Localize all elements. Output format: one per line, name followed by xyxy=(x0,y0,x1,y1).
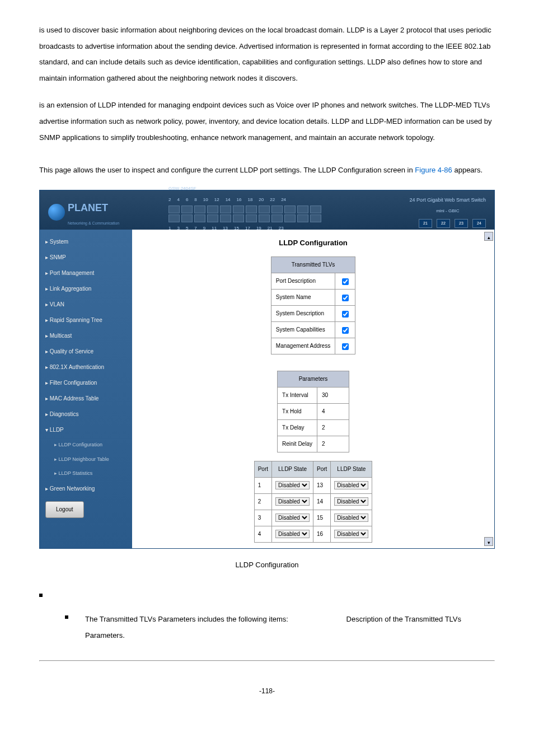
nav-link-aggregation[interactable]: ▸ Link Aggregation xyxy=(40,281,132,297)
port-state-table: Port LLDP State Port LLDP State 1Disable… xyxy=(254,461,373,543)
scroll-down-icon[interactable]: ▾ xyxy=(484,537,493,546)
bullet-row xyxy=(39,587,495,604)
lldp-state-select[interactable]: Disabled xyxy=(334,514,368,522)
col-lldp-state: LLDP State xyxy=(272,461,313,477)
lldp-state-select[interactable]: Disabled xyxy=(275,530,310,538)
parameters-table: Parameters Tx Interval30 Tx Hold4 Tx Del… xyxy=(277,371,349,452)
gbic-label: mini - GBIC xyxy=(410,206,486,216)
page-title: LLDP Configuration xyxy=(138,235,489,251)
nav-vlan[interactable]: ▸ VLAN xyxy=(40,297,132,312)
system-description-checkbox[interactable] xyxy=(342,311,349,318)
tlv-label: Port Description xyxy=(271,273,335,290)
port-num: 3 xyxy=(254,510,271,526)
content-pane: ▴ LLDP Configuration Transmitted TLVs Po… xyxy=(132,230,494,548)
product-name: 24 Port Gigabit Web Smart Switch xyxy=(410,195,486,206)
figure-caption: LLDP Configuration xyxy=(39,557,495,573)
param-label: Tx Interval xyxy=(278,387,317,403)
port-panel: 24681012141618202224 1357911131517192123 xyxy=(168,195,321,234)
col-port: Port xyxy=(254,461,271,477)
lldp-state-select[interactable]: Disabled xyxy=(275,514,310,522)
col-lldp-state: LLDP State xyxy=(331,461,372,477)
text: This page allows the user to inspect and… xyxy=(39,166,415,174)
tlv-label: System Capabilities xyxy=(271,322,335,338)
text: appears. xyxy=(452,166,483,174)
nav-lldp-neighbour-table[interactable]: ▸ LLDP Neighbour Table xyxy=(40,452,132,467)
management-address-checkbox[interactable] xyxy=(342,343,349,350)
nav-port-management[interactable]: ▸ Port Management xyxy=(40,265,132,281)
globe-icon xyxy=(48,204,65,221)
tlv-label: Management Address xyxy=(271,338,335,354)
device-header: GSW-2404SF PLANET Networking & Communica… xyxy=(40,190,494,230)
nav-filter-config[interactable]: ▸ Filter Configuration xyxy=(40,375,132,391)
nav-8021x[interactable]: ▸ 802.1X Authentication xyxy=(40,360,132,375)
nav-sidebar: ▸ System ▸ SNMP ▸ Port Management ▸ Link… xyxy=(40,230,132,548)
nav-green-networking[interactable]: ▸ Green Networking xyxy=(40,481,132,497)
port-num: 4 xyxy=(254,526,271,542)
nav-diagnostics[interactable]: ▸ Diagnostics xyxy=(40,407,132,422)
bullet-icon xyxy=(65,615,68,619)
system-name-checkbox[interactable] xyxy=(342,295,349,301)
nav-lldp-statistics[interactable]: ▸ LLDP Statistics xyxy=(40,466,132,481)
nav-snmp[interactable]: ▸ SNMP xyxy=(40,250,132,265)
nav-mac-address-table[interactable]: ▸ MAC Address Table xyxy=(40,391,132,407)
system-capabilities-checkbox[interactable] xyxy=(342,327,349,334)
port-num: 2 xyxy=(254,493,271,510)
nav-system[interactable]: ▸ System xyxy=(40,234,132,250)
lldp-state-select[interactable]: Disabled xyxy=(334,497,368,506)
tlv-label: System Description xyxy=(271,306,335,322)
sub-bullet-row: The Transmitted TLVs Parameters includes… xyxy=(39,612,495,643)
text: is an extension of LLDP intended for man… xyxy=(39,101,492,141)
reinit-delay-value[interactable]: 2 xyxy=(317,436,349,452)
tx-hold-value[interactable]: 4 xyxy=(317,403,349,419)
nav-quality-of-service[interactable]: ▸ Quality of Service xyxy=(40,344,132,360)
nav-rapid-spanning-tree[interactable]: ▸ Rapid Spanning Tree xyxy=(40,312,132,328)
tx-interval-value[interactable]: 30 xyxy=(317,387,349,403)
page-number: -118- xyxy=(39,684,495,698)
param-label: Reinit Delay xyxy=(278,436,317,452)
bullet-text: The Transmitted TLVs Parameters includes… xyxy=(85,615,288,623)
lldp-state-select[interactable]: Disabled xyxy=(334,481,368,489)
tlv-label: System Name xyxy=(271,290,335,306)
nav-lldp[interactable]: ▾ LLDP xyxy=(40,422,132,438)
screenshot-figure: GSW-2404SF PLANET Networking & Communica… xyxy=(39,190,495,549)
scroll-up-icon[interactable]: ▴ xyxy=(484,232,493,241)
paragraph-lldp-intro: is used to discover basic information ab… xyxy=(39,22,495,86)
lldp-state-select[interactable]: Disabled xyxy=(275,481,310,489)
lldp-state-select[interactable]: Disabled xyxy=(334,530,368,538)
logo-subtitle: Networking & Communication xyxy=(68,219,119,227)
logout-button[interactable]: Logout xyxy=(45,501,84,518)
nav-lldp-configuration[interactable]: ▸ LLDP Configuration xyxy=(40,438,132,452)
model-label: GSW-2404SF xyxy=(168,184,196,194)
brand-logo: PLANET Networking & Communication xyxy=(48,197,119,228)
col-port: Port xyxy=(313,461,331,477)
port-num: 16 xyxy=(313,526,331,542)
param-label: Tx Delay xyxy=(278,419,317,436)
header-right: 24 Port Gigabit Web Smart Switch mini - … xyxy=(410,195,486,228)
lldp-state-select[interactable]: Disabled xyxy=(275,497,310,506)
port-num: 1 xyxy=(254,477,271,493)
port-num: 15 xyxy=(313,510,331,526)
port-num: 13 xyxy=(313,477,331,493)
paragraph-lldp-med: is an extension of LLDP intended for man… xyxy=(39,97,495,146)
figure-link[interactable]: Figure 4-86 xyxy=(415,166,452,174)
port-num: 14 xyxy=(313,493,331,510)
tlv-header: Transmitted TLVs xyxy=(271,257,355,273)
port-description-checkbox[interactable] xyxy=(342,278,349,285)
nav-multicast[interactable]: ▸ Multicast xyxy=(40,328,132,344)
divider xyxy=(39,660,495,661)
parameters-header: Parameters xyxy=(278,371,349,387)
logo-text: PLANET xyxy=(68,197,119,220)
transmitted-tlvs-table: Transmitted TLVs Port Description System… xyxy=(271,256,355,354)
tx-delay-value[interactable]: 2 xyxy=(317,419,349,436)
param-label: Tx Hold xyxy=(278,403,317,419)
bullet-icon xyxy=(39,594,43,597)
paragraph-config-intro: This page allows the user to inspect and… xyxy=(39,162,495,179)
